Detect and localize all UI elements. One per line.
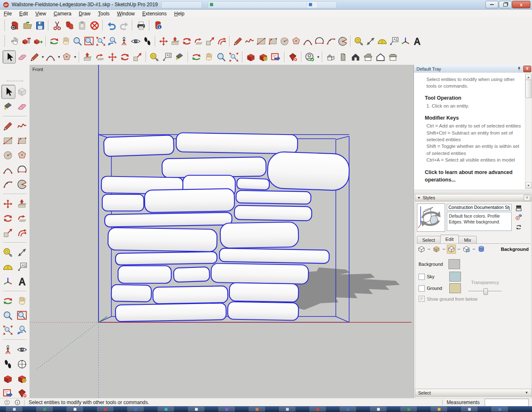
- pie-icon[interactable]: [337, 35, 348, 47]
- pie-icon[interactable]: [15, 178, 29, 191]
- toolbar-grip[interactable]: [4, 36, 6, 47]
- save-icon[interactable]: [34, 19, 46, 32]
- slider-thumb[interactable]: [483, 288, 488, 295]
- taskbar-app-button[interactable]: [370, 407, 387, 412]
- rotrect-icon[interactable]: [267, 35, 278, 47]
- scroll-down-icon[interactable]: ▼: [525, 182, 532, 189]
- ground-checkbox[interactable]: [419, 285, 425, 292]
- pan-icon[interactable]: [60, 35, 71, 47]
- pin-icon[interactable]: [516, 66, 522, 72]
- account-dropdown-icon[interactable]: ▼: [317, 55, 320, 59]
- tab-mix[interactable]: Mix: [458, 236, 476, 243]
- followme-icon[interactable]: [94, 51, 106, 63]
- polygon-dropdown-icon[interactable]: ▼: [74, 55, 77, 59]
- style-name-input[interactable]: [447, 204, 512, 211]
- pencil-dropdown-icon[interactable]: ▼: [41, 55, 44, 59]
- collapse-arrow-icon[interactable]: ▼: [417, 196, 421, 200]
- followme-icon[interactable]: [192, 35, 204, 47]
- ground-color-swatch[interactable]: [449, 283, 461, 293]
- select-icon[interactable]: [2, 50, 16, 64]
- redcube2-icon[interactable]: [32, 35, 44, 47]
- move-icon[interactable]: [106, 51, 119, 63]
- show-ground-checkbox[interactable]: ✓: [419, 296, 425, 302]
- circle-icon[interactable]: [1, 149, 15, 162]
- scrollbar-thumb[interactable]: [525, 80, 532, 98]
- zoom-icon[interactable]: [1, 309, 15, 322]
- orbit-icon[interactable]: [48, 35, 60, 47]
- zoomprev-icon[interactable]: [15, 324, 29, 337]
- pushpull-icon[interactable]: [15, 197, 29, 211]
- layout-icon[interactable]: [270, 51, 282, 63]
- dimension-icon[interactable]: [15, 246, 29, 259]
- update-style-icon[interactable]: [515, 223, 522, 231]
- taskbar-app-button[interactable]: [461, 407, 478, 412]
- warehouse-icon[interactable]: [1, 372, 15, 385]
- minimize-button[interactable]: [485, 1, 498, 8]
- rectangle-icon[interactable]: [1, 134, 15, 147]
- arc3-icon[interactable]: [325, 35, 337, 47]
- taskbar-app-button[interactable]: [66, 407, 83, 412]
- houseright-icon[interactable]: [362, 51, 374, 63]
- watermark-settings-icon[interactable]: [462, 245, 471, 254]
- paste-icon[interactable]: [76, 19, 88, 32]
- advanced-operations-link[interactable]: Click to learn about more advanced opera…: [425, 169, 522, 184]
- taskbar-app-button[interactable]: [6, 407, 22, 412]
- taskbar-app-button[interactable]: [36, 407, 53, 412]
- paint-icon[interactable]: [1, 100, 15, 113]
- scale-icon[interactable]: [1, 226, 15, 240]
- rotrect-icon[interactable]: [15, 134, 29, 147]
- polygon-icon[interactable]: [61, 51, 73, 63]
- collapsed-select-panel[interactable]: Select ▼: [415, 389, 532, 397]
- orbit-icon[interactable]: [1, 294, 15, 308]
- menu-help[interactable]: Help: [170, 10, 188, 17]
- undo-icon[interactable]: [105, 19, 118, 32]
- menu-window[interactable]: Window: [113, 10, 139, 17]
- poscamera-icon[interactable]: [118, 35, 130, 47]
- scroll-up-icon[interactable]: ▲: [525, 74, 532, 80]
- extwarehouse-icon[interactable]: [257, 51, 270, 63]
- open-icon[interactable]: [21, 19, 34, 32]
- taskbar-app-button[interactable]: [97, 407, 113, 412]
- houseiso-icon[interactable]: [325, 51, 337, 63]
- poscamera-icon[interactable]: [1, 343, 15, 356]
- zoomwin-icon[interactable]: [83, 35, 95, 47]
- sky-color-swatch[interactable]: [449, 272, 461, 282]
- housefront-icon[interactable]: [350, 51, 362, 63]
- tape-icon[interactable]: [148, 51, 161, 63]
- dimension-icon[interactable]: [365, 35, 376, 47]
- pan-icon[interactable]: [15, 294, 29, 308]
- axes-icon[interactable]: [399, 35, 411, 47]
- arc2-icon[interactable]: [313, 35, 325, 47]
- zoom-icon[interactable]: [215, 51, 228, 63]
- taskbar-app-button[interactable]: [431, 407, 447, 412]
- model-viewport[interactable]: Front: [30, 65, 414, 398]
- tape-icon[interactable]: [1, 246, 15, 259]
- copy-icon[interactable]: [63, 19, 76, 32]
- pushpull-icon[interactable]: [81, 51, 94, 63]
- polygon-icon[interactable]: [15, 149, 29, 162]
- houseleft-icon[interactable]: [387, 51, 399, 63]
- taskbar-app-button[interactable]: [400, 407, 417, 412]
- pencil-icon[interactable]: [28, 51, 41, 63]
- text3d-icon[interactable]: [411, 35, 423, 47]
- arc-icon[interactable]: [44, 51, 57, 63]
- tab-select[interactable]: Select: [417, 236, 441, 243]
- zoom-icon[interactable]: [71, 35, 83, 47]
- background-color-swatch[interactable]: [448, 259, 460, 269]
- taskbar-app-button[interactable]: [218, 407, 235, 412]
- taskbar-app-button[interactable]: [340, 407, 356, 412]
- cut-icon[interactable]: [51, 19, 63, 32]
- menu-extensions[interactable]: Extensions: [138, 10, 170, 17]
- styles-close-icon[interactable]: x: [524, 195, 530, 201]
- menu-tools[interactable]: Tools: [94, 10, 113, 17]
- print-icon[interactable]: [135, 19, 147, 32]
- houseback-icon[interactable]: [374, 51, 387, 63]
- edge-settings-icon[interactable]: [417, 245, 426, 254]
- arc-icon[interactable]: [302, 35, 313, 47]
- windows-taskbar[interactable]: [0, 406, 532, 412]
- text3d-icon[interactable]: [15, 275, 29, 288]
- freehand-icon[interactable]: [244, 35, 255, 47]
- close-button[interactable]: x: [512, 1, 530, 8]
- eraserpink-icon[interactable]: [15, 100, 29, 113]
- restore-button[interactable]: [499, 1, 512, 8]
